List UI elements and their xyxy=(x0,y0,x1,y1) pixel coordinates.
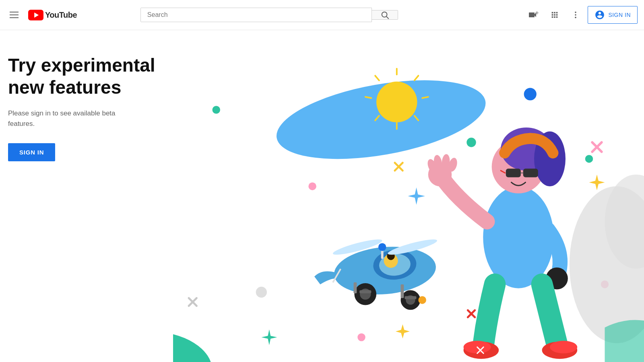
svg-point-5 xyxy=(575,14,577,16)
youtube-logo[interactable]: YouTube xyxy=(28,10,77,21)
hamburger-line-3 xyxy=(10,17,19,18)
apps-button[interactable] xyxy=(546,6,564,24)
main-illustration-svg xyxy=(173,30,644,362)
svg-point-74 xyxy=(173,331,213,362)
search-input[interactable] xyxy=(141,8,372,22)
search-button[interactable] xyxy=(372,10,398,20)
main-sign-in-label: SIGN IN xyxy=(19,149,44,156)
more-button[interactable] xyxy=(567,6,584,24)
svg-line-16 xyxy=(375,76,379,80)
svg-line-10 xyxy=(415,76,419,80)
svg-rect-49 xyxy=(401,284,404,298)
svg-rect-47 xyxy=(405,296,416,299)
create-plus-icon xyxy=(534,10,540,16)
account-circle-icon xyxy=(594,10,605,20)
main-sign-in-button[interactable]: SIGN IN xyxy=(8,143,55,161)
svg-point-32 xyxy=(256,287,267,298)
svg-point-18 xyxy=(524,88,537,100)
svg-rect-57 xyxy=(523,169,538,177)
header-right: SIGN IN xyxy=(525,6,638,24)
hamburger-line-2 xyxy=(10,14,19,15)
search-input-wrapper xyxy=(140,8,372,22)
hamburger-line-1 xyxy=(10,12,19,12)
svg-point-51 xyxy=(378,243,386,251)
svg-point-17 xyxy=(213,106,221,114)
svg-point-71 xyxy=(550,341,577,353)
subtext: Please sign in to see available betafeat… xyxy=(8,108,165,129)
svg-rect-46 xyxy=(359,290,371,294)
apps-icon xyxy=(550,10,559,19)
menu-button[interactable] xyxy=(6,8,22,21)
svg-rect-56 xyxy=(506,169,521,177)
svg-point-19 xyxy=(466,138,476,147)
search-area xyxy=(140,8,398,22)
svg-point-7 xyxy=(270,66,491,173)
main-content: Try experimental new features Please sig… xyxy=(0,30,644,362)
illustration-area xyxy=(173,30,644,362)
headline: Try experimental new features xyxy=(8,54,165,99)
header-left: YouTube xyxy=(6,8,77,21)
svg-point-6 xyxy=(575,17,577,19)
sign-in-label: SIGN IN xyxy=(608,12,631,18)
svg-point-8 xyxy=(376,82,417,122)
search-icon xyxy=(380,10,389,19)
more-icon xyxy=(571,10,580,19)
svg-point-21 xyxy=(357,333,365,341)
svg-point-52 xyxy=(483,186,554,288)
svg-point-50 xyxy=(418,296,426,304)
sign-in-button[interactable]: SIGN IN xyxy=(588,6,638,24)
header: YouTube xyxy=(0,0,644,30)
svg-rect-48 xyxy=(354,282,357,293)
headline-line-1: Try experimental xyxy=(8,55,155,76)
youtube-logo-icon xyxy=(28,10,43,21)
content-left: Try experimental new features Please sig… xyxy=(0,30,173,362)
svg-point-4 xyxy=(575,12,577,13)
svg-point-31 xyxy=(585,155,593,163)
create-button[interactable] xyxy=(525,6,543,24)
svg-point-20 xyxy=(308,182,316,190)
svg-line-3 xyxy=(386,16,388,19)
youtube-logo-text: YouTube xyxy=(45,10,77,20)
headline-line-2: new features xyxy=(8,77,121,98)
